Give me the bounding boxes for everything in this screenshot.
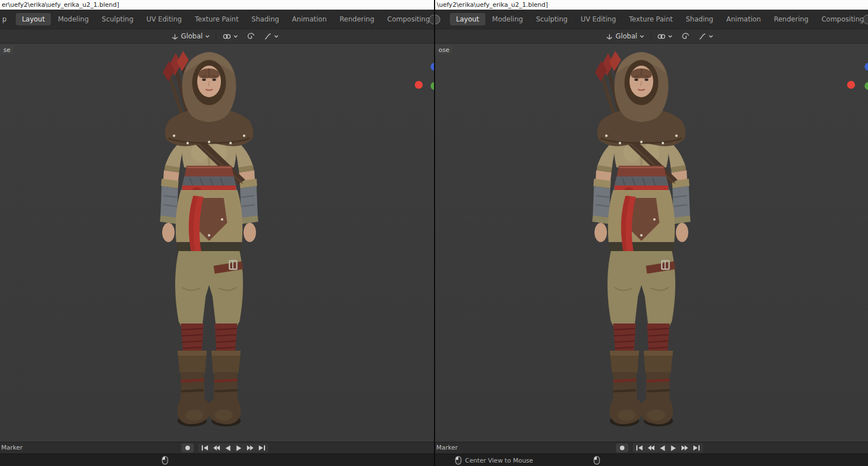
viewport-header: Global	[435, 29, 868, 44]
timeline-bar: Marker	[0, 442, 434, 454]
record-icon	[619, 445, 625, 451]
workspace-tabs: Layout Modeling Sculpting UV Editing Tex…	[16, 13, 434, 25]
jump-start-icon	[201, 445, 209, 451]
character-model[interactable]	[124, 50, 294, 434]
blender-window-right: \uefy2\erika\uefy_erika_u2_1.blend] Layo…	[435, 0, 868, 466]
orientation-value: Global	[615, 32, 637, 40]
window-titlebar: \uefy2\erika\uefy_erika_u2_1.blend]	[435, 0, 868, 10]
play-button[interactable]	[669, 445, 679, 451]
proportional-falloff-dropdown[interactable]	[696, 32, 716, 41]
menu-help-partial[interactable]: p	[2, 15, 7, 23]
mouse-left-click-icon	[455, 456, 462, 465]
tab-texture-paint[interactable]: Texture Paint	[623, 13, 679, 25]
workspace-tabs: Layout Modeling Sculpting UV Editing Tex…	[450, 13, 868, 25]
snap-icon	[657, 33, 666, 40]
next-keyframe-button[interactable]	[680, 445, 690, 451]
blender-window-left: er\uefy2\erika\uefy_erika_u2_1.blend] p …	[0, 0, 434, 466]
jump-to-end-button[interactable]	[691, 445, 701, 451]
snapping-dropdown[interactable]	[220, 32, 241, 41]
transform-orientation-dropdown[interactable]: Global	[603, 31, 646, 41]
orientation-axes-icon	[606, 33, 613, 40]
gizmo-x-axis-ball[interactable]	[847, 81, 855, 89]
transform-orientation-dropdown[interactable]: Global	[168, 31, 212, 41]
tab-shading[interactable]: Shading	[245, 13, 285, 25]
tab-compositing[interactable]: Compositing	[815, 13, 868, 25]
tab-rendering[interactable]: Rendering	[767, 13, 814, 25]
play-reverse-icon	[224, 445, 232, 451]
snap-icon	[223, 33, 231, 40]
header-separator	[650, 32, 651, 40]
marker-label: Marker	[436, 444, 458, 451]
tab-shading[interactable]: Shading	[679, 13, 719, 25]
proportional-editing-toggle[interactable]	[244, 31, 258, 41]
tab-layout[interactable]: Layout	[16, 13, 51, 25]
orientation-value: Global	[181, 32, 202, 40]
chevron-down-icon	[233, 35, 238, 38]
jump-to-start-button[interactable]	[200, 445, 210, 451]
proportional-editing-icon	[682, 32, 689, 40]
next-keyframe-button[interactable]	[245, 445, 255, 451]
tab-animation[interactable]: Animation	[286, 13, 333, 25]
tab-animation[interactable]: Animation	[720, 13, 767, 25]
topbar: p Layout Modeling Sculpting UV Editing T…	[0, 10, 434, 29]
play-reverse-button[interactable]	[657, 445, 667, 451]
mouse-left-click-icon	[593, 456, 600, 465]
play-button[interactable]	[234, 445, 244, 451]
auto-keying-button[interactable]	[616, 443, 628, 452]
tab-texture-paint[interactable]: Texture Paint	[189, 13, 245, 25]
proportional-falloff-dropdown[interactable]	[261, 32, 281, 41]
blender-logo-icon-partial[interactable]	[435, 15, 440, 24]
snapping-dropdown[interactable]	[654, 32, 675, 41]
status-hint: Center View to Mouse	[465, 457, 533, 464]
tab-sculpting[interactable]: Sculpting	[530, 13, 574, 25]
tab-uv-editing[interactable]: UV Editing	[574, 13, 622, 25]
chevron-down-icon	[274, 35, 279, 38]
falloff-curve-icon	[264, 33, 272, 40]
tab-sculpting[interactable]: Sculpting	[96, 13, 140, 25]
tab-rendering[interactable]: Rendering	[333, 13, 380, 25]
tab-layout[interactable]: Layout	[450, 13, 485, 25]
playback-controls	[616, 443, 703, 452]
falloff-curve-icon	[698, 33, 706, 40]
chevron-down-icon	[668, 35, 672, 38]
orientation-axes-icon	[171, 33, 179, 40]
next-keyframe-icon	[246, 445, 254, 451]
tab-modeling[interactable]: Modeling	[486, 13, 530, 25]
play-reverse-button[interactable]	[223, 445, 233, 451]
topbar: Layout Modeling Sculpting UV Editing Tex…	[435, 10, 868, 29]
mouse-left-click-icon	[162, 456, 168, 465]
viewport-header: Global	[0, 29, 434, 44]
chevron-down-icon	[205, 35, 210, 38]
gizmo-z-axis-ball[interactable]	[865, 63, 868, 71]
tab-uv-editing[interactable]: UV Editing	[140, 13, 188, 25]
timeline-bar: Marker	[435, 442, 868, 454]
chevron-down-icon	[709, 35, 713, 38]
window-divider	[434, 0, 435, 466]
viewport-3d[interactable]: se	[0, 44, 434, 442]
prev-keyframe-icon	[212, 445, 220, 451]
play-reverse-icon	[658, 445, 666, 451]
status-bar	[0, 454, 434, 466]
previous-keyframe-button[interactable]	[211, 445, 222, 451]
jump-end-icon	[692, 445, 700, 451]
auto-keying-button[interactable]	[181, 443, 194, 452]
character-model[interactable]	[557, 50, 726, 434]
viewport-3d[interactable]: ose	[435, 44, 868, 442]
window-title: er\uefy2\erika\uefy_erika_u2_1.blend]	[2, 1, 119, 8]
proportional-editing-icon	[247, 32, 255, 40]
gizmo-y-axis-ball[interactable]	[865, 82, 868, 90]
gizmo-x-axis-ball[interactable]	[415, 81, 423, 89]
proportional-editing-toggle[interactable]	[679, 31, 692, 41]
marker-label: Marker	[1, 444, 23, 451]
screen: er\uefy2\erika\uefy_erika_u2_1.blend] p …	[0, 0, 868, 466]
prev-keyframe-icon	[647, 445, 655, 451]
tab-compositing[interactable]: Compositing	[381, 13, 434, 25]
record-icon	[185, 445, 190, 451]
playback-controls	[181, 443, 268, 452]
header-separator	[216, 32, 216, 40]
jump-to-end-button[interactable]	[257, 445, 267, 451]
tab-modeling[interactable]: Modeling	[51, 13, 95, 25]
play-icon	[235, 445, 243, 451]
jump-to-start-button[interactable]	[635, 445, 645, 451]
previous-keyframe-button[interactable]	[646, 445, 656, 451]
